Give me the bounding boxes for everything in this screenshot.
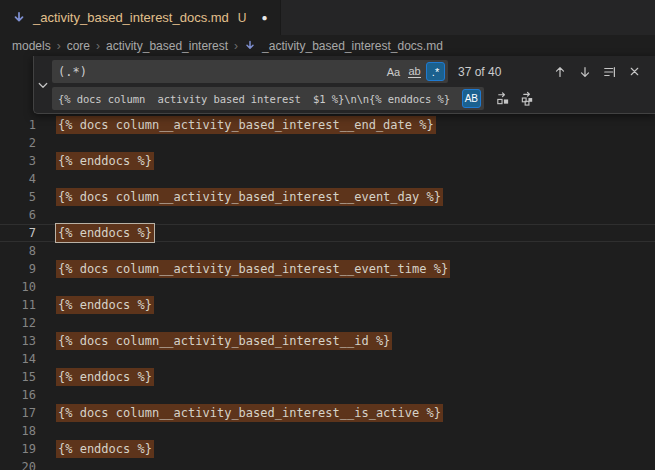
code-line-10[interactable]: 10 xyxy=(0,278,655,296)
code-line-4[interactable]: 4 xyxy=(0,170,655,188)
line-number: 2 xyxy=(0,134,36,152)
find-input[interactable]: (.*) Aa ab .* xyxy=(52,60,448,83)
preserve-case-button[interactable]: AB xyxy=(462,89,481,108)
line-content: {% docs column__activity_based_interest_… xyxy=(58,404,441,422)
find-widget: (.*) Aa ab .* 37 of 40 xyxy=(33,56,655,114)
line-number: 13 xyxy=(0,332,36,350)
find-in-selection-button[interactable] xyxy=(599,61,620,82)
code-line-3[interactable]: 3{% enddocs %} xyxy=(0,152,655,170)
line-number: 5 xyxy=(0,188,36,206)
tab-filename: _activity_based_interest_docs.md xyxy=(33,10,229,25)
toggle-replace-button[interactable] xyxy=(34,56,52,113)
code-line-20[interactable]: 20 xyxy=(0,458,655,470)
current-find-match: {% enddocs %} xyxy=(58,226,152,240)
line-number: 9 xyxy=(0,260,36,278)
line-number: 15 xyxy=(0,368,36,386)
find-match: {% enddocs %} xyxy=(58,154,152,168)
line-number: 10 xyxy=(0,278,36,296)
next-match-button[interactable] xyxy=(574,61,595,82)
regex-button[interactable]: .* xyxy=(426,62,445,81)
line-number: 11 xyxy=(0,296,36,314)
whole-word-button[interactable]: ab xyxy=(405,62,424,81)
code-line-13[interactable]: 13{% docs column__activity_based_interes… xyxy=(0,332,655,350)
find-actions xyxy=(545,61,645,82)
find-match: {% enddocs %} xyxy=(58,370,152,384)
breadcrumb: models › core › activity_based_interest … xyxy=(0,35,655,57)
replace-input[interactable]: {% docs column__activity_based_interest_… xyxy=(52,87,484,110)
line-number: 7 xyxy=(0,224,36,242)
line-number: 18 xyxy=(0,422,36,440)
code-line-2[interactable]: 2 xyxy=(0,134,655,152)
line-number: 20 xyxy=(0,458,36,470)
code-line-1[interactable]: 1{% docs column__activity_based_interest… xyxy=(0,116,655,134)
breadcrumb-file[interactable]: _activity_based_interest_docs.md xyxy=(262,39,443,53)
breadcrumb-separator: › xyxy=(57,39,61,53)
find-match: {% docs column__activity_based_interest_… xyxy=(58,334,390,348)
find-match: {% enddocs %} xyxy=(58,442,152,456)
line-number: 6 xyxy=(0,206,36,224)
find-match: {% docs column__activity_based_interest_… xyxy=(58,406,441,420)
markdown-icon xyxy=(12,11,26,25)
breadcrumb-separator: › xyxy=(96,39,100,53)
find-query-text: (.*) xyxy=(58,65,382,79)
line-content: {% docs column__activity_based_interest_… xyxy=(58,260,448,278)
line-number: 17 xyxy=(0,404,36,422)
line-content: {% enddocs %} xyxy=(58,152,152,170)
code-line-12[interactable]: 12 xyxy=(0,314,655,332)
whole-word-label: ab xyxy=(408,66,420,78)
code-line-14[interactable]: 14 xyxy=(0,350,655,368)
find-match: {% docs column__activity_based_interest_… xyxy=(58,190,441,204)
match-count: 37 of 40 xyxy=(458,65,501,79)
line-number: 4 xyxy=(0,170,36,188)
breadcrumb-core[interactable]: core xyxy=(67,39,90,53)
unsaved-dot-icon[interactable]: ● xyxy=(262,12,268,23)
line-number: 16 xyxy=(0,386,36,404)
match-case-button[interactable]: Aa xyxy=(384,62,403,81)
replace-button[interactable] xyxy=(492,88,513,109)
line-content: {% enddocs %} xyxy=(58,224,152,242)
line-content: {% enddocs %} xyxy=(58,296,152,314)
tab-activity-docs[interactable]: _activity_based_interest_docs.md U ● xyxy=(0,0,281,35)
line-number: 3 xyxy=(0,152,36,170)
code-line-5[interactable]: 5{% docs column__activity_based_interest… xyxy=(0,188,655,206)
line-number: 14 xyxy=(0,350,36,368)
line-number: 19 xyxy=(0,440,36,458)
code-line-6[interactable]: 6 xyxy=(0,206,655,224)
code-line-18[interactable]: 18 xyxy=(0,422,655,440)
editor[interactable]: 1{% docs column__activity_based_interest… xyxy=(0,57,655,470)
editor-lines: 1{% docs column__activity_based_interest… xyxy=(0,116,655,470)
line-content: {% docs column__activity_based_interest_… xyxy=(58,188,441,206)
line-content: {% docs column__activity_based_interest_… xyxy=(58,332,390,350)
tab-bar: _activity_based_interest_docs.md U ● xyxy=(0,0,655,35)
replace-all-button[interactable] xyxy=(517,88,538,109)
code-line-19[interactable]: 19{% enddocs %} xyxy=(0,440,655,458)
previous-match-button[interactable] xyxy=(549,61,570,82)
git-status-badge: U xyxy=(238,11,247,25)
close-find-button[interactable] xyxy=(624,61,645,82)
replace-value-text: {% docs column__activity_based_interest_… xyxy=(58,93,460,105)
line-content: {% enddocs %} xyxy=(58,440,152,458)
code-line-9[interactable]: 9{% docs column__activity_based_interest… xyxy=(0,260,655,278)
markdown-icon xyxy=(244,40,256,52)
find-match: {% docs column__activity_based_interest_… xyxy=(58,118,434,132)
line-number: 12 xyxy=(0,314,36,332)
code-line-17[interactable]: 17{% docs column__activity_based_interes… xyxy=(0,404,655,422)
breadcrumb-models[interactable]: models xyxy=(12,39,51,53)
line-number: 1 xyxy=(0,116,36,134)
breadcrumb-separator: › xyxy=(234,39,238,53)
find-match: {% enddocs %} xyxy=(58,298,152,312)
line-content: {% docs column__activity_based_interest_… xyxy=(58,116,434,134)
code-line-16[interactable]: 16 xyxy=(0,386,655,404)
code-line-7[interactable]: 7{% enddocs %} xyxy=(0,224,655,242)
code-line-15[interactable]: 15{% enddocs %} xyxy=(0,368,655,386)
code-line-8[interactable]: 8 xyxy=(0,242,655,260)
code-line-11[interactable]: 11{% enddocs %} xyxy=(0,296,655,314)
find-match: {% docs column__activity_based_interest_… xyxy=(58,262,448,276)
line-number: 8 xyxy=(0,242,36,260)
line-content: {% enddocs %} xyxy=(58,368,152,386)
breadcrumb-activity-based-interest[interactable]: activity_based_interest xyxy=(106,39,228,53)
